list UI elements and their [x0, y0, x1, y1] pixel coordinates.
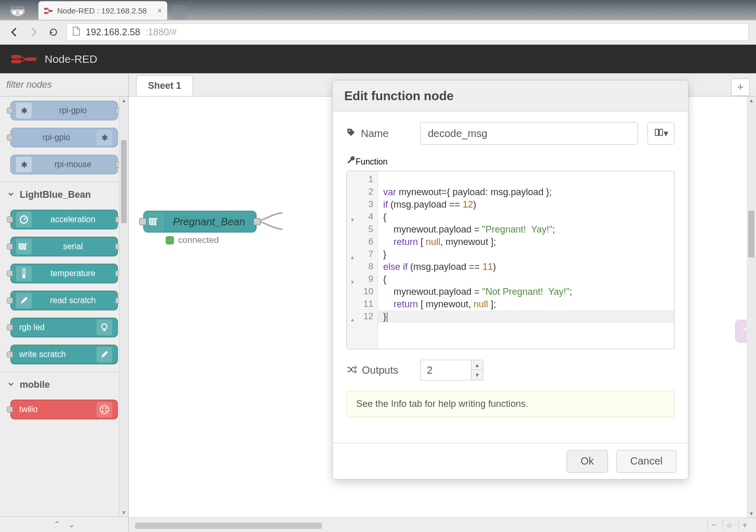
- bulb-icon: [97, 320, 112, 335]
- twilio-icon: [97, 402, 112, 417]
- code-gutter: 123 ▾4 56 ▴7 8 ▾9 1011 ▴12: [347, 171, 378, 349]
- edit-function-dialog: Edit function node Name ▾ Function 123 ▾…: [332, 80, 688, 480]
- palette-node-temperature[interactable]: temperature: [10, 264, 118, 283]
- palette-group-lightblue-bean[interactable]: LightBlue_Bean: [0, 182, 128, 206]
- hint-box: See the Info tab for help writing functi…: [346, 391, 674, 417]
- raspberry-icon: ✱: [97, 130, 112, 145]
- svg-rect-7: [11, 55, 21, 59]
- canvas-hscrollbar[interactable]: [135, 521, 714, 530]
- svg-point-2: [18, 10, 23, 15]
- add-flow-tab-button[interactable]: +: [731, 78, 750, 96]
- outputs-stepper[interactable]: ▲▼: [420, 360, 483, 380]
- svg-rect-8: [11, 60, 21, 63]
- dialog-footer: Ok Cancel: [333, 443, 688, 479]
- palette: ✱rpi-gpio rpi-gpio✱ ✱rpi-mouse LightBlue…: [0, 74, 129, 532]
- zoom-in-button[interactable]: +: [738, 520, 751, 531]
- fold-icon[interactable]: ▴: [351, 313, 354, 325]
- palette-filter: [0, 74, 128, 97]
- back-button[interactable]: [7, 25, 21, 39]
- ok-button[interactable]: Ok: [566, 450, 608, 473]
- url-host: 192.168.2.58: [86, 27, 140, 38]
- svg-rect-11: [23, 269, 25, 275]
- palette-scrollbar[interactable]: ▲▼: [119, 97, 128, 516]
- name-input[interactable]: [420, 122, 638, 145]
- app-title: Node-RED: [45, 53, 98, 65]
- code-content[interactable]: var mynewout={ payload: msg.payload }; i…: [378, 171, 674, 349]
- gauge-icon: [16, 212, 32, 227]
- palette-node-rpi-mouse[interactable]: ✱rpi-mouse: [10, 155, 118, 174]
- node-red-favicon: [44, 6, 53, 16]
- canvas-vscrollbar[interactable]: ▲▼: [747, 97, 756, 517]
- browser-chrome: Node-RED : 192.168.2.58 × 192.168.2.58:1…: [0, 0, 756, 45]
- dialog-header: Edit function node: [333, 80, 688, 112]
- palette-group-mobile[interactable]: mobile: [0, 372, 128, 395]
- raspberry-icon: ✱: [16, 157, 32, 172]
- palette-node-write-scratch[interactable]: write scratch: [10, 345, 118, 364]
- node-port-out[interactable]: [253, 218, 261, 225]
- svg-point-19: [105, 411, 107, 412]
- canvas-area: Sheet 1 + Pregnant_Bean connected ▲▼ − ○…: [129, 74, 756, 532]
- node-port-in[interactable]: [139, 218, 146, 225]
- palette-node-rpi-gpio-out[interactable]: rpi-gpio✱: [10, 128, 118, 147]
- svg-rect-4: [44, 8, 48, 10]
- palette-group-lightblue-bean-items: acceleration serial temperature read scr…: [0, 206, 128, 369]
- function-label: Function: [356, 157, 387, 166]
- flow-node-pregnant-bean[interactable]: Pregnant_Bean connected: [143, 211, 256, 233]
- dialog-title: Edit function node: [344, 89, 454, 103]
- library-button[interactable]: ▾: [647, 122, 674, 145]
- palette-node-read-scratch[interactable]: read scratch: [10, 291, 118, 310]
- svg-rect-14: [103, 329, 105, 331]
- page-icon: [72, 26, 80, 38]
- palette-expand-button[interactable]: ⌄: [66, 519, 77, 530]
- name-row: Name ▾: [346, 122, 674, 145]
- serial-icon: [16, 239, 32, 254]
- step-up-button[interactable]: ▲: [471, 360, 483, 370]
- wrench-icon: [346, 157, 356, 166]
- browser-tab-active[interactable]: Node-RED : 192.168.2.58 ×: [38, 1, 167, 20]
- palette-node-acceleration[interactable]: acceleration: [10, 210, 118, 229]
- close-icon[interactable]: ×: [157, 6, 162, 16]
- svg-point-16: [102, 407, 104, 409]
- palette-node-twilio[interactable]: twilio: [10, 400, 118, 419]
- caret-down-icon: ▾: [664, 128, 668, 139]
- outputs-label: Outputs: [362, 364, 398, 376]
- palette-group-rpi: ✱rpi-gpio rpi-gpio✱ ✱rpi-mouse: [0, 97, 128, 179]
- url-rest: :1880/#: [145, 27, 177, 38]
- reload-button[interactable]: [47, 25, 60, 39]
- svg-point-1: [12, 10, 17, 15]
- palette-footer: ⌃ ⌄: [0, 516, 128, 532]
- shuffle-icon: [346, 364, 357, 376]
- browser-tab-title: Node-RED : 192.168.2.58: [57, 6, 147, 15]
- tag-icon: [346, 128, 356, 140]
- app-header: Node-RED: [0, 45, 756, 73]
- status-dot-icon: [166, 236, 174, 244]
- palette-node-rpi-gpio-in[interactable]: ✱rpi-gpio: [10, 101, 118, 120]
- code-editor[interactable]: 123 ▾4 56 ▴7 8 ▾9 1011 ▴12 var mynewout=…: [346, 171, 674, 349]
- palette-node-rgb-led[interactable]: rgb led: [10, 318, 118, 337]
- svg-point-13: [102, 324, 107, 329]
- browser-toolbar: 192.168.2.58:1880/#: [0, 21, 756, 44]
- palette-collapse-button[interactable]: ⌃: [51, 519, 63, 530]
- address-bar[interactable]: 192.168.2.58:1880/#: [66, 23, 749, 41]
- new-tab-button[interactable]: [171, 5, 186, 20]
- flow-tab-sheet1[interactable]: Sheet 1: [136, 75, 193, 96]
- palette-node-serial[interactable]: serial: [10, 237, 118, 256]
- incognito-icon: [6, 2, 29, 20]
- node-red-logo-icon: [11, 54, 36, 64]
- filter-nodes-input[interactable]: [0, 74, 128, 96]
- cancel-button[interactable]: Cancel: [616, 450, 677, 473]
- chevron-down-icon: [7, 189, 15, 200]
- zoom-reset-button[interactable]: ○: [723, 520, 735, 531]
- serial-icon: [144, 211, 166, 232]
- svg-rect-3: [10, 6, 25, 9]
- svg-rect-9: [26, 57, 36, 61]
- palette-group-mobile-items: twilio: [0, 395, 128, 424]
- forward-button[interactable]: [27, 25, 40, 39]
- svg-point-17: [105, 407, 107, 409]
- outputs-input[interactable]: [420, 360, 471, 380]
- svg-rect-5: [44, 12, 48, 14]
- step-down-button[interactable]: ▼: [471, 370, 483, 380]
- raspberry-icon: ✱: [16, 103, 32, 118]
- chevron-down-icon: [7, 379, 15, 390]
- svg-point-18: [102, 411, 104, 412]
